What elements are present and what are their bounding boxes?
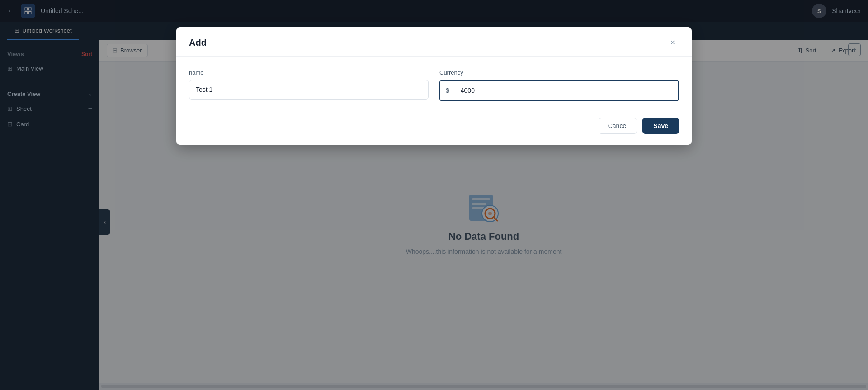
save-button[interactable]: Save (642, 118, 679, 134)
modal-body: name Currency $ (176, 57, 692, 110)
name-input[interactable] (189, 80, 429, 100)
currency-form-group: Currency $ (439, 69, 679, 101)
currency-label: Currency (439, 69, 679, 76)
cancel-button[interactable]: Cancel (599, 118, 637, 134)
modal-title: Add (189, 38, 207, 48)
currency-input-wrapper: $ (439, 80, 679, 101)
modal-footer: Cancel Save (176, 110, 692, 145)
name-form-group: name (189, 69, 429, 100)
currency-input[interactable] (455, 81, 678, 100)
modal-close-button[interactable]: × (666, 36, 679, 49)
currency-prefix: $ (440, 81, 455, 100)
form-row: name Currency $ (189, 69, 679, 101)
modal-header: Add × (176, 27, 692, 57)
name-label: name (189, 69, 429, 76)
modal-overlay: Add × name Currency $ (0, 0, 868, 390)
add-modal: Add × name Currency $ (176, 27, 692, 145)
